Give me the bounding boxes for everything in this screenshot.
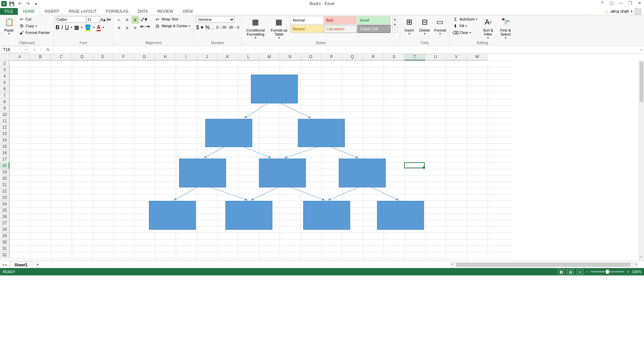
cut-button[interactable]: Cut xyxy=(17,16,51,22)
copy-button[interactable]: Copy▾ xyxy=(17,23,51,29)
row-header-28[interactable]: 28 xyxy=(0,226,9,233)
close-icon[interactable]: ✕ xyxy=(637,0,643,6)
row-header-31[interactable]: 31 xyxy=(0,246,9,252)
style-good[interactable]: Good xyxy=(358,16,390,24)
user-area[interactable]: ⚠ alina shah ▾ xyxy=(605,8,644,15)
col-header-B[interactable]: B xyxy=(30,54,51,60)
row-header-30[interactable]: 30 xyxy=(0,239,9,246)
tab-home[interactable]: HOME xyxy=(18,8,40,15)
col-header-O[interactable]: O xyxy=(301,54,321,60)
connector-arrow-7[interactable] xyxy=(211,187,248,200)
page-layout-view-icon[interactable]: ▤ xyxy=(567,269,574,274)
shape-rect-9[interactable] xyxy=(377,201,424,230)
connector-arrow-11[interactable] xyxy=(372,187,398,200)
accounting-format-icon[interactable]: $ ▾ xyxy=(196,24,203,31)
shape-rect-4[interactable] xyxy=(259,159,306,187)
col-header-C[interactable]: C xyxy=(51,54,72,60)
row-header-12[interactable]: 12 xyxy=(0,124,9,131)
orientation-icon[interactable]: ⤢▾ xyxy=(140,16,150,23)
style-bad[interactable]: Bad xyxy=(324,16,357,24)
col-header-R[interactable]: R xyxy=(363,54,384,60)
col-header-U[interactable]: U xyxy=(425,54,446,60)
scroll-thumb[interactable] xyxy=(640,62,643,102)
row-header-9[interactable]: 9 xyxy=(0,105,9,112)
shape-rect-1[interactable] xyxy=(205,119,252,147)
scroll-right-icon[interactable]: ▸ xyxy=(636,262,637,266)
style-neutral[interactable]: Neutral xyxy=(290,25,323,33)
align-bottom-icon[interactable]: ≡ xyxy=(131,16,139,24)
minimize-icon[interactable]: — xyxy=(618,0,624,6)
scroll-left-icon[interactable]: ◂ xyxy=(451,262,452,266)
fill-button[interactable]: ⬇Fill▾ xyxy=(451,23,479,29)
col-header-S[interactable]: S xyxy=(384,54,405,60)
shrink-font-icon[interactable]: A▾ xyxy=(106,17,111,22)
row-header-25[interactable]: 25 xyxy=(0,207,9,214)
align-top-icon[interactable]: ⌐ xyxy=(115,16,123,24)
redo-icon[interactable]: ↷ xyxy=(25,1,31,7)
sort-filter-button[interactable]: AZSort & Filter▾ xyxy=(480,16,496,39)
style-normal[interactable]: Normal xyxy=(290,16,323,24)
sheet-tab-sheet1[interactable]: Sheet1 xyxy=(9,262,33,268)
col-header-L[interactable]: L xyxy=(238,54,259,60)
increase-decimal-icon[interactable]: .0→.00 xyxy=(215,26,226,29)
row-header-3[interactable]: 3 xyxy=(0,67,9,73)
connector-arrow-1[interactable] xyxy=(281,103,311,118)
col-header-T[interactable]: T xyxy=(405,54,425,60)
row-header-22[interactable]: 22 xyxy=(0,188,9,194)
cancel-icon[interactable]: ✕ xyxy=(32,47,38,53)
row-header-19[interactable]: 19 xyxy=(0,169,9,175)
row-header-18[interactable]: 18 xyxy=(0,163,9,169)
increase-indent-icon[interactable]: ⇥ xyxy=(145,23,150,30)
font-name-combo[interactable] xyxy=(56,16,86,23)
tab-view[interactable]: VIEW xyxy=(178,8,198,15)
scroll-thumb[interactable] xyxy=(456,263,631,267)
scroll-down-icon[interactable]: ▾ xyxy=(639,255,644,261)
cell-styles-gallery[interactable]: Normal Bad Good Neutral Calculation Chec… xyxy=(290,16,390,33)
tab-formulas[interactable]: FORMULAS xyxy=(101,8,133,15)
format-painter-button[interactable]: Format Painter xyxy=(17,30,51,36)
connector-arrow-6[interactable] xyxy=(174,187,197,200)
connector-arrow-9[interactable] xyxy=(291,187,325,200)
horizontal-scrollbar[interactable]: ◂ ▸ xyxy=(450,262,638,267)
normal-view-icon[interactable]: ▦ xyxy=(558,269,565,274)
ribbon-display-icon[interactable]: ▢ xyxy=(608,0,614,6)
shape-rect-0[interactable] xyxy=(251,75,298,103)
fx-icon[interactable]: fx xyxy=(45,47,51,53)
row-header-16[interactable]: 16 xyxy=(0,150,9,156)
row-headers[interactable]: 2345678910111213141516171819202122232425… xyxy=(0,60,9,258)
underline-button[interactable]: U xyxy=(65,25,69,31)
worksheet[interactable]: ABCDEFGHIJKLMNOPQRSTUVW 2345678910111213… xyxy=(0,54,644,261)
delete-cells-button[interactable]: ⊟Delete▾ xyxy=(418,16,432,35)
col-header-K[interactable]: K xyxy=(217,54,238,60)
gallery-more-icon[interactable]: ⋯ xyxy=(393,27,397,33)
shape-rect-5[interactable] xyxy=(339,159,386,187)
zoom-thumb[interactable] xyxy=(606,270,609,274)
name-box[interactable]: T18▾ xyxy=(1,46,28,53)
style-check-cell[interactable]: Check Cell xyxy=(358,25,390,33)
row-header-7[interactable]: 7 xyxy=(0,92,9,99)
connector-arrow-8[interactable] xyxy=(251,187,278,200)
select-all-corner[interactable] xyxy=(0,54,9,60)
row-header-29[interactable]: 29 xyxy=(0,233,9,239)
wrap-text-button[interactable]: ↩Wrap Text xyxy=(154,16,192,22)
new-sheet-button[interactable]: + xyxy=(35,262,41,268)
font-size-combo[interactable] xyxy=(87,16,100,23)
row-header-13[interactable]: 13 xyxy=(0,131,9,137)
italic-button[interactable]: I xyxy=(61,25,63,31)
col-header-E[interactable]: E xyxy=(93,54,113,60)
decrease-indent-icon[interactable]: ⇤ xyxy=(140,23,145,30)
find-select-button[interactable]: 🔭Find & Select▾ xyxy=(497,16,514,39)
col-header-I[interactable]: I xyxy=(176,54,197,60)
zoom-in-icon[interactable]: + xyxy=(627,270,629,274)
format-as-table-button[interactable]: ▦ Format as Table▾ xyxy=(269,16,289,39)
col-header-V[interactable]: V xyxy=(446,54,467,60)
enter-icon[interactable]: ✓ xyxy=(38,47,44,53)
format-cells-button[interactable]: ▭Format▾ xyxy=(433,16,447,35)
row-header-5[interactable]: 5 xyxy=(0,80,9,86)
shape-rect-2[interactable] xyxy=(298,119,345,147)
merge-center-button[interactable]: ⊟Merge & Center▾ xyxy=(154,23,192,29)
col-header-D[interactable]: D xyxy=(72,54,93,60)
row-header-32[interactable]: 32 xyxy=(0,252,9,258)
number-format-combo[interactable]: General xyxy=(196,16,235,23)
bold-button[interactable]: B xyxy=(56,25,60,31)
